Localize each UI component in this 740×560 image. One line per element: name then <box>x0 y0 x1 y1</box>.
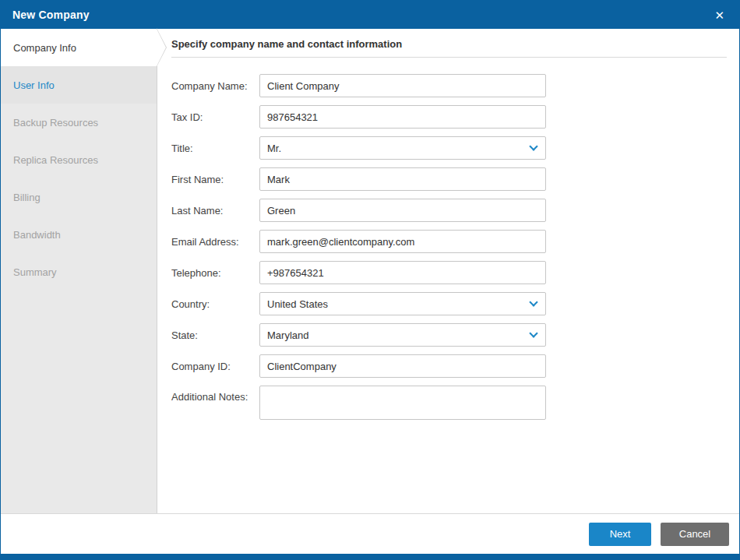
form-row-state: State: Maryland <box>157 323 739 347</box>
form-row-title: Title: Mr. <box>157 136 739 160</box>
sidebar-item-label: Summary <box>13 266 57 278</box>
form-row-first-name: First Name: <box>157 167 739 191</box>
heading-divider <box>171 57 727 58</box>
chevron-down-icon <box>529 298 537 306</box>
sidebar-item-label: Backup Resources <box>13 117 98 129</box>
sidebar-item-replica-resources[interactable]: Replica Resources <box>1 141 157 178</box>
wizard-content: Specify company name and contact informa… <box>157 29 739 513</box>
last-name-input[interactable] <box>259 199 546 222</box>
first-name-input[interactable] <box>259 167 546 191</box>
titlebar: New Company ✕ <box>1 1 739 29</box>
company-id-input[interactable] <box>259 354 546 378</box>
wizard-footer: Next Cancel <box>1 513 739 554</box>
sidebar-item-bandwidth[interactable]: Bandwidth <box>1 216 157 253</box>
sidebar-item-label: Billing <box>13 192 41 203</box>
email-address-input[interactable] <box>259 230 546 253</box>
tax-id-input[interactable] <box>259 105 546 129</box>
form-row-telephone: Telephone: <box>157 261 739 284</box>
company-name-input[interactable] <box>259 74 546 97</box>
page-title: Specify company name and contact informa… <box>157 29 739 50</box>
additional-notes-textarea[interactable] <box>259 386 546 420</box>
email-address-label: Email Address: <box>171 236 259 248</box>
tax-id-label: Tax ID: <box>171 111 259 123</box>
state-select-value: Maryland <box>267 329 308 341</box>
sidebar-item-summary[interactable]: Summary <box>1 253 157 291</box>
state-label: State: <box>171 329 259 341</box>
form-row-email: Email Address: <box>157 230 739 253</box>
form-row-company-name: Company Name: <box>157 74 739 97</box>
company-id-label: Company ID: <box>171 361 259 372</box>
state-select[interactable]: Maryland <box>259 323 546 347</box>
company-name-label: Company Name: <box>171 80 259 92</box>
wizard-steps-sidebar: Company Info User Info Backup Resources … <box>1 29 157 513</box>
sidebar-item-company-info[interactable]: Company Info <box>1 29 157 66</box>
form-row-country: Country: United States <box>157 292 739 315</box>
close-icon[interactable]: ✕ <box>711 6 728 24</box>
company-info-form: Company Name: Tax ID: Title: Mr. First N… <box>157 74 739 420</box>
country-select-value: United States <box>267 298 328 310</box>
sidebar-item-label: Bandwidth <box>13 229 61 241</box>
sidebar-item-billing[interactable]: Billing <box>1 178 157 216</box>
sidebar-item-label: User Info <box>13 79 55 91</box>
title-select[interactable]: Mr. <box>259 136 546 160</box>
new-company-dialog: New Company ✕ Company Info User Info Bac… <box>0 0 740 560</box>
sidebar-item-user-info[interactable]: User Info <box>1 66 157 104</box>
last-name-label: Last Name: <box>171 205 259 217</box>
form-row-additional-notes: Additional Notes: <box>157 386 739 420</box>
title-label: Title: <box>171 143 259 154</box>
country-label: Country: <box>171 298 259 310</box>
form-row-last-name: Last Name: <box>157 199 739 222</box>
sidebar-item-label: Company Info <box>13 42 76 54</box>
window-title: New Company <box>12 9 90 21</box>
title-select-value: Mr. <box>267 143 281 154</box>
chevron-down-icon <box>529 329 537 337</box>
chevron-down-icon <box>529 142 537 150</box>
sidebar-item-label: Replica Resources <box>13 154 98 166</box>
form-row-company-id: Company ID: <box>157 354 739 378</box>
first-name-label: First Name: <box>171 174 259 185</box>
bottom-accent-strip <box>1 554 739 559</box>
sidebar-item-backup-resources[interactable]: Backup Resources <box>1 104 157 141</box>
next-button[interactable]: Next <box>589 523 651 546</box>
telephone-label: Telephone: <box>171 267 259 279</box>
cancel-button[interactable]: Cancel <box>661 523 729 546</box>
country-select[interactable]: United States <box>259 292 546 315</box>
telephone-input[interactable] <box>259 261 546 284</box>
form-row-tax-id: Tax ID: <box>157 105 739 129</box>
additional-notes-label: Additional Notes: <box>171 386 259 403</box>
